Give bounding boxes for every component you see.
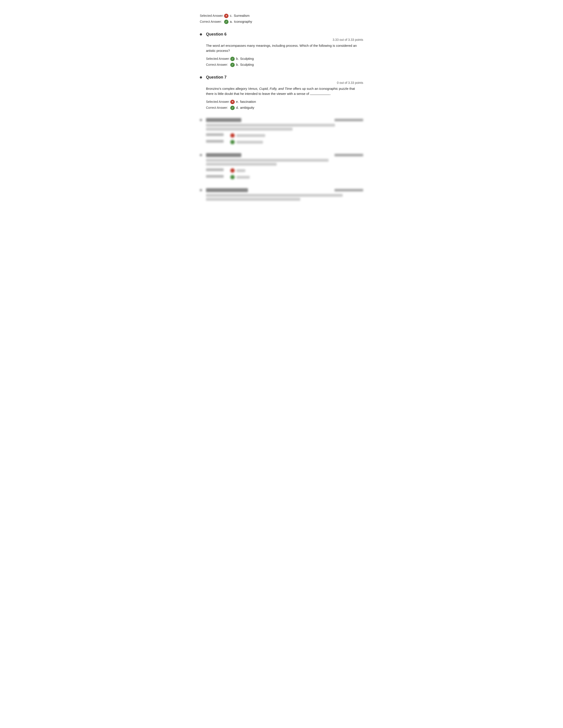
q6-points: 3.33 out of 3.33 points bbox=[206, 38, 363, 41]
selected-value-q6: ✓ b. Sculpting bbox=[230, 56, 363, 61]
selected-label-q7: Selected Answer: bbox=[206, 99, 230, 104]
correct-label-q7: Correct Answer: bbox=[206, 105, 230, 110]
q5-answer-grid: Selected Answer: ✕ c. Surrealism Correct… bbox=[200, 13, 363, 24]
q7-blank bbox=[310, 95, 330, 95]
selected-letter-q6: b. bbox=[236, 56, 239, 61]
q6-bullet bbox=[200, 33, 202, 36]
incorrect-icon-q5: ✕ bbox=[224, 14, 228, 18]
selected-value-q5: ✕ c. Surrealism bbox=[224, 13, 363, 18]
question-8-blurred bbox=[200, 118, 363, 145]
selected-label-q5: Selected Answer: bbox=[200, 13, 224, 18]
question-9-blurred bbox=[200, 153, 363, 180]
question-7-block: Question 7 0 out of 3.33 points Bronzino… bbox=[200, 75, 363, 110]
q6-title: Question 6 bbox=[206, 32, 226, 37]
selected-label-q6: Selected Answer: bbox=[206, 56, 230, 61]
correct-text-q6: Sculpting bbox=[240, 62, 254, 67]
q7-text: Bronzino's complex allegory Venus, Cupid… bbox=[206, 86, 363, 96]
correct-text-q5: Iconography bbox=[234, 19, 252, 24]
correct-icon-q7: ✓ bbox=[230, 106, 235, 110]
selected-value-q7: ✕ e. fascination bbox=[230, 99, 363, 104]
correct-label-q6: Correct Answer: bbox=[206, 62, 230, 67]
correct-letter-q6: b. bbox=[236, 62, 239, 67]
correct-value-q6: ✓ b. Sculpting bbox=[230, 62, 363, 67]
correct-icon-q6: ✓ bbox=[230, 63, 235, 67]
correct-icon-q5: ✓ bbox=[224, 20, 228, 24]
correct-icon-q6-selected: ✓ bbox=[230, 57, 235, 61]
question-5-tail: Selected Answer: ✕ c. Surrealism Correct… bbox=[200, 13, 363, 24]
correct-letter-q5: a. bbox=[230, 19, 233, 24]
q6-answer-grid: Selected Answer: ✓ b. Sculpting Correct … bbox=[206, 56, 363, 67]
incorrect-icon-q7: ✕ bbox=[230, 100, 235, 104]
question-6-block: Question 6 3.33 out of 3.33 points The w… bbox=[200, 32, 363, 67]
selected-text-q6: Sculpting bbox=[240, 56, 254, 61]
q7-answer-grid: Selected Answer: ✕ e. fascination Correc… bbox=[206, 99, 363, 110]
correct-label-q5: Correct Answer: bbox=[200, 19, 224, 24]
q7-bullet bbox=[200, 76, 202, 79]
q6-text: The word art encompasses many meanings, … bbox=[206, 43, 363, 53]
q7-header: Question 7 bbox=[200, 75, 363, 80]
question-10-blurred bbox=[200, 188, 363, 201]
q7-title: Question 7 bbox=[206, 75, 226, 80]
q7-body: 0 out of 3.33 points Bronzino's complex … bbox=[206, 81, 363, 110]
selected-text-q5: Surrealism bbox=[234, 13, 250, 18]
correct-value-q5: ✓ a. Iconography bbox=[224, 19, 363, 24]
selected-text-q7: fascination bbox=[240, 99, 256, 104]
selected-letter-q5: c. bbox=[230, 13, 232, 18]
correct-value-q7: ✓ d. ambiguity bbox=[230, 105, 363, 110]
correct-text-q7: ambiguity bbox=[240, 105, 254, 110]
q6-header: Question 6 bbox=[200, 32, 363, 37]
q6-body: 3.33 out of 3.33 points The word art enc… bbox=[206, 38, 363, 67]
q7-points: 0 out of 3.33 points bbox=[206, 81, 363, 84]
correct-letter-q7: d. bbox=[236, 105, 239, 110]
selected-letter-q7: e. bbox=[236, 99, 239, 104]
